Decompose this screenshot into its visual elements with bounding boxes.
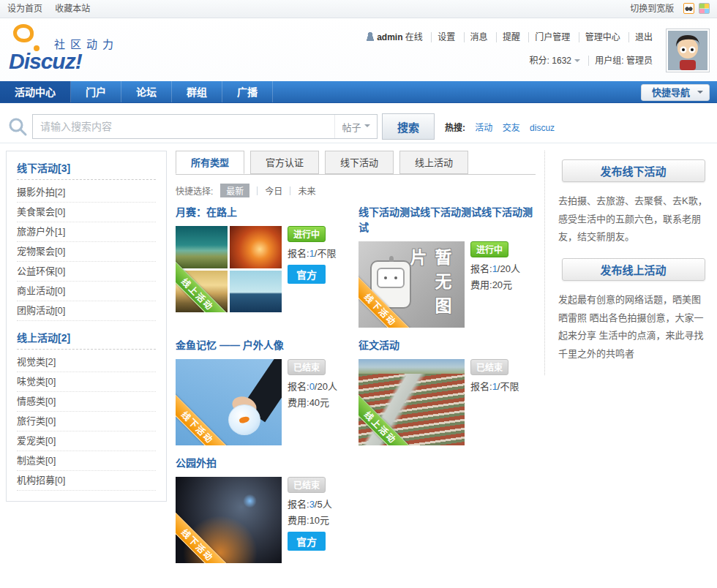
fee-line: 费用:40元 — [288, 395, 337, 411]
activity-title[interactable]: 征文活动 — [358, 338, 534, 353]
filter-latest[interactable]: 最新 — [220, 184, 249, 197]
photo-cell — [230, 226, 282, 268]
category-pets[interactable]: 宠物聚会[0] — [17, 246, 65, 257]
quick-nav-button[interactable]: 快捷导航 — [641, 84, 710, 101]
search-type-select[interactable]: 帖子 — [334, 115, 377, 138]
activity-image[interactable]: 线下活动 — [176, 477, 282, 563]
nav-portal[interactable]: 门户 — [71, 81, 121, 102]
person-icon — [366, 32, 375, 41]
user-menu-row: admin 在线 设置 消息 提醒 门户管理 管理中心 退出 — [366, 30, 658, 45]
menu-admin-center[interactable]: 管理中心 — [579, 32, 626, 42]
category-travel[interactable]: 旅游户外[1] — [17, 226, 65, 237]
tab-online[interactable]: 线上活动 — [399, 151, 468, 174]
offline-description: 去拍摄、去旅游、去聚餐、去K歌，感受生活中的五颜六色，联系老朋友，结交新朋友。 — [558, 192, 708, 246]
nav-groups[interactable]: 群组 — [172, 81, 222, 102]
signup-line: 报名:0/20人 — [288, 379, 337, 395]
divider — [290, 186, 290, 195]
menu-settings[interactable]: 设置 — [431, 32, 461, 42]
search-button[interactable]: 搜索 — [382, 113, 435, 140]
sidebar-group-online[interactable]: 线上活动[2] — [17, 328, 156, 347]
switch-wide-link[interactable]: 切换到宽版 — [630, 4, 674, 14]
caret-down-icon — [364, 124, 370, 130]
theme-style-icon[interactable] — [699, 3, 710, 14]
card-body: 线上活动 已结束 报名:1/不限 — [358, 359, 534, 445]
activity-title[interactable]: 公园外拍 — [176, 456, 351, 471]
tab-official[interactable]: 官方认证 — [250, 151, 319, 174]
menu-notifications[interactable]: 提醒 — [496, 32, 526, 42]
category-recruit[interactable]: 机构招募[0] — [17, 475, 65, 486]
wide-style-icon[interactable] — [683, 3, 694, 14]
list-item: 制造类[0] — [17, 451, 156, 471]
activity-main: 所有类型 官方认证 线下活动 线上活动 快捷选择: 最新 今日 未来 月赛：在路… — [176, 151, 536, 563]
activity-card: 月赛：在路上 线上活动 进行中 报名:1/不限 — [176, 205, 351, 312]
filter-future[interactable]: 未来 — [298, 184, 315, 197]
divider — [257, 186, 258, 195]
divider — [17, 349, 156, 350]
category-lovepets[interactable]: 爱宠类[0] — [17, 435, 56, 446]
photo-detail — [239, 415, 250, 423]
list-item: 情感类[0] — [17, 392, 156, 412]
activity-card: 金鱼记忆 —— 户外人像 线下活动 已结束 — [176, 338, 351, 445]
content-area: 线下活动[3] 摄影外拍[2] 美食聚会[0] 旅游户外[1] 宠物聚会[0] … — [0, 143, 717, 563]
activity-title[interactable]: 金鱼记忆 —— 户外人像 — [176, 338, 351, 353]
activity-image[interactable]: 线上活动 — [176, 226, 282, 312]
category-groupbuy[interactable]: 团购活动[0] — [17, 305, 65, 316]
menu-logout[interactable]: 退出 — [628, 32, 658, 42]
hot-link-friends[interactable]: 交友 — [503, 123, 520, 133]
quick-filter-label: 快捷选择: — [176, 184, 213, 197]
card-body: 线下活动 已结束 报名:0/20人 费用:40元 — [176, 359, 351, 445]
category-trip[interactable]: 旅行类[0] — [17, 415, 56, 426]
list-item: 美食聚会[0] — [17, 203, 156, 222]
caret-down-icon — [697, 91, 703, 97]
online-status: 在线 — [405, 32, 423, 42]
nav-broadcast[interactable]: 广播 — [222, 81, 273, 102]
status-badge: 进行中 — [288, 226, 326, 242]
photo-detail — [228, 404, 260, 435]
category-photography[interactable]: 摄影外拍[2] — [17, 186, 65, 197]
category-business[interactable]: 商业活动[0] — [17, 285, 65, 296]
activity-image[interactable]: 线上活动 — [358, 359, 465, 445]
category-food[interactable]: 美食聚会[0] — [17, 206, 65, 217]
username-link[interactable]: admin — [377, 32, 402, 42]
activity-image[interactable]: 暂无图片 线下活动 — [358, 241, 465, 328]
activity-image[interactable]: 线下活动 — [176, 359, 282, 445]
signup-line: 报名:1/不限 — [288, 246, 336, 262]
avatar[interactable] — [666, 29, 710, 72]
set-home-link[interactable]: 设为首页 — [7, 4, 42, 14]
list-item: 旅游户外[1] — [17, 222, 156, 242]
menu-messages[interactable]: 消息 — [464, 32, 494, 42]
publish-online-button[interactable]: 发布线上活动 — [562, 258, 705, 281]
online-description: 发起最有创意的网络话题，晒美图 晒雷照 晒出各色拍摄创意，大家一起来分享 生活中… — [558, 291, 708, 363]
tab-offline[interactable]: 线下活动 — [325, 151, 394, 174]
sidebar-group-offline[interactable]: 线下活动[3] — [17, 159, 156, 178]
divider — [17, 179, 156, 180]
mascot-part — [384, 276, 387, 279]
publish-offline-button[interactable]: 发布线下活动 — [562, 159, 705, 182]
nav-activity-center[interactable]: 活动中心 — [0, 81, 71, 102]
signup-line: 报名:1/20人 — [470, 261, 520, 277]
user-identity: admin 在线 — [366, 32, 429, 42]
logo-bubble-icon — [13, 24, 34, 42]
hot-search-label: 热搜: — [445, 123, 465, 133]
category-visual[interactable]: 视觉类[2] — [17, 356, 56, 367]
publish-sidebar: 发布线下活动 去拍摄、去旅游、去聚餐、去K歌，感受生活中的五颜六色，联系老朋友，… — [544, 151, 711, 375]
filter-today[interactable]: 今日 — [265, 184, 282, 197]
category-emotion[interactable]: 情感类[0] — [17, 396, 56, 407]
list-item: 公益环保[0] — [17, 262, 156, 282]
bookmark-link[interactable]: 收藏本站 — [55, 4, 90, 14]
topbar-left: 设为首页 收藏本站 — [7, 0, 100, 18]
tab-all-types[interactable]: 所有类型 — [176, 151, 244, 174]
menu-portal-admin[interactable]: 门户管理 — [528, 32, 576, 42]
activity-title[interactable]: 线下活动测试线下活动测试线下活动测试 — [358, 205, 534, 235]
nav-forum[interactable]: 论坛 — [121, 81, 172, 102]
activity-title[interactable]: 月赛：在路上 — [176, 205, 351, 220]
hot-link-discuz[interactable]: discuz — [530, 123, 555, 133]
credits-dropdown[interactable]: 积分: 1632 — [524, 56, 586, 66]
category-taste[interactable]: 味觉类[0] — [17, 376, 56, 387]
hot-link-activity[interactable]: 活动 — [475, 123, 492, 133]
topbar-right: 切换到宽版 — [630, 0, 710, 18]
site-logo[interactable]: Discuz! — [9, 49, 82, 74]
category-making[interactable]: 制造类[0] — [17, 455, 56, 466]
category-charity[interactable]: 公益环保[0] — [17, 265, 65, 276]
search-input[interactable] — [33, 115, 334, 138]
